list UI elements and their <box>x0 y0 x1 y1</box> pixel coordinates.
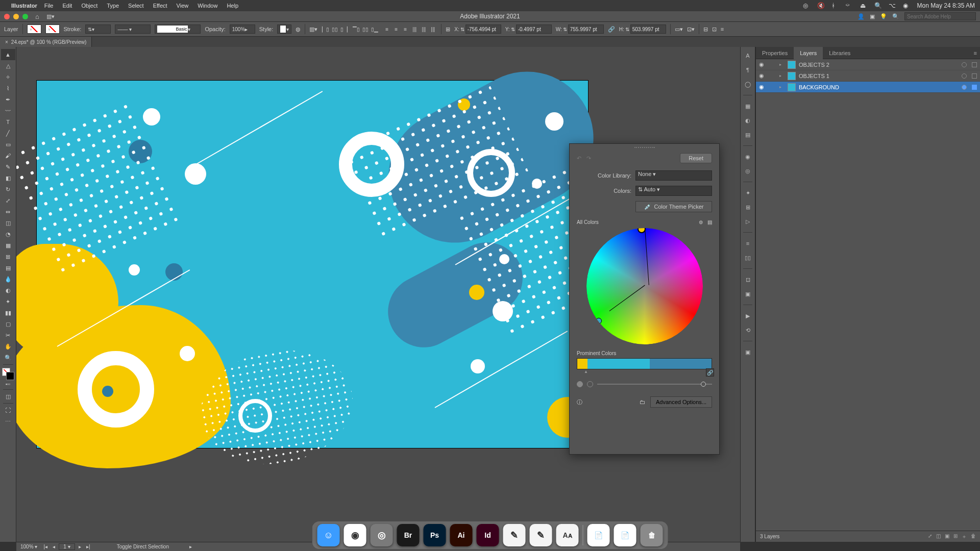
layer-name[interactable]: OBJECTS 2 <box>799 62 829 68</box>
transform-panel-icon[interactable]: ⊡ <box>742 274 753 285</box>
eject-icon[interactable]: ⏏ <box>860 2 867 9</box>
transform-panel-icon[interactable]: ⊡▾ <box>687 26 695 33</box>
first-artboard-icon[interactable]: |◂ <box>42 544 48 549</box>
dist-top-icon[interactable]: ≡ <box>383 25 391 33</box>
menu-select[interactable]: Select <box>128 3 144 9</box>
opacity-field[interactable]: 100% ▸ <box>230 24 255 34</box>
align-hcenter-icon[interactable]: ▯▯ <box>331 25 339 33</box>
dock-app-illustrator[interactable]: Ai <box>450 524 473 546</box>
minimize-window-icon[interactable] <box>13 14 19 19</box>
type-tool-icon[interactable]: T <box>1 116 15 128</box>
dock-app-textedit[interactable]: ✎ <box>503 524 526 546</box>
dock-app-notes[interactable]: ✎ <box>530 524 552 546</box>
new-sublayer-icon[interactable]: ⊞ <box>953 533 958 540</box>
rectangle-tool-icon[interactable]: ▭ <box>1 139 15 150</box>
wifi-icon[interactable]: ⌔ <box>846 2 853 9</box>
eyedropper-tool-icon[interactable]: 💧 <box>1 273 15 285</box>
scale-tool-icon[interactable]: ⤢ <box>1 195 15 206</box>
advanced-options-button[interactable]: Advanced Options... <box>650 396 712 408</box>
hand-tool-icon[interactable]: ✋ <box>1 341 15 352</box>
status-menu-icon[interactable]: ▸ <box>189 544 192 549</box>
tab-properties[interactable]: Properties <box>756 47 794 59</box>
make-clipping-mask-icon[interactable]: ◫ <box>936 533 941 540</box>
dist-right-icon[interactable]: ||| <box>429 25 437 33</box>
direct-selection-tool-icon[interactable]: △ <box>1 60 15 71</box>
appearance-panel-icon[interactable]: ◉ <box>742 151 753 162</box>
panel-grip[interactable] <box>634 147 655 150</box>
color-library-select[interactable]: None ▾ <box>635 170 712 181</box>
recolor-artwork-panel[interactable]: ↶ ↷ Reset Color Library: None ▾ Colors: … <box>569 143 720 455</box>
isolate-icon[interactable]: ⊟ <box>703 26 708 33</box>
eraser-tool-icon[interactable]: ◧ <box>1 172 15 184</box>
reset-button[interactable]: Reset <box>680 153 712 163</box>
menu-window[interactable]: Window <box>198 3 217 9</box>
stroke-color-icon[interactable] <box>6 372 14 380</box>
siri-icon[interactable]: ◉ <box>903 2 910 9</box>
disclosure-icon[interactable]: ▸ <box>779 85 785 89</box>
undo-icon[interactable]: ↶ <box>577 155 581 162</box>
lasso-tool-icon[interactable]: ⌇ <box>1 83 15 94</box>
artboard-number[interactable]: 1 ▾ <box>59 543 75 550</box>
colors-select[interactable]: ⇅ Auto ▾ <box>635 186 712 196</box>
dock-app-trash[interactable]: 🗑 <box>641 524 663 546</box>
stroke-swatch[interactable]: ▾ <box>45 24 60 34</box>
dock-app-docb[interactable]: 📄 <box>614 524 636 546</box>
color-handle-secondary[interactable] <box>596 318 602 324</box>
prominent-color-swatch[interactable] <box>650 359 712 369</box>
magic-wand-tool-icon[interactable]: ✧ <box>1 71 15 83</box>
next-artboard-icon[interactable]: ▸ <box>77 544 83 549</box>
menu-object[interactable]: Object <box>81 3 97 9</box>
tab-layers[interactable]: Layers <box>794 47 823 59</box>
glyphs-panel-icon[interactable]: ◯ <box>742 79 753 90</box>
last-artboard-icon[interactable]: ▸| <box>85 544 91 549</box>
dock-app-safari[interactable]: ◎ <box>371 524 393 546</box>
layer-name[interactable]: BACKGROUND <box>799 84 839 90</box>
selection-tool-icon[interactable]: ▲ <box>1 49 15 60</box>
list-view-icon[interactable]: ▤ <box>707 219 712 225</box>
artboard[interactable] <box>37 81 588 448</box>
width-tool-icon[interactable]: ⇔ <box>1 206 15 217</box>
shaper-tool-icon[interactable]: ✎ <box>1 161 15 172</box>
curvature-tool-icon[interactable]: 〰 <box>1 105 15 116</box>
blend-tool-icon[interactable]: ◐ <box>1 285 15 296</box>
artboard-tool-icon[interactable]: ▢ <box>1 318 15 330</box>
reference-point-icon[interactable]: ⊞ <box>446 26 450 33</box>
layers-list[interactable]: ◉ ▸ OBJECTS 2 ◉ ▸ OBJECTS 1 ◉ ▸ BACKGROU… <box>756 59 980 531</box>
fill-stroke-swatch[interactable] <box>2 368 14 380</box>
dock-app-bridge[interactable]: Br <box>397 524 420 546</box>
align-to-dropdown[interactable]: ▥▾ <box>309 26 317 33</box>
align-bottom-icon[interactable]: ▯▁ <box>371 25 379 33</box>
layer-row[interactable]: ◉ ▸ BACKGROUND <box>756 82 980 93</box>
y-field[interactable] <box>516 24 552 34</box>
brush-definition[interactable]: Basic ▾ <box>155 24 201 34</box>
menu-help[interactable]: Help <box>227 3 238 9</box>
edit-toolbar-icon[interactable]: ⋯ <box>1 416 15 427</box>
align-right-icon[interactable]: ▯▕ <box>340 25 348 33</box>
bluetooth-icon[interactable]: ᚼ <box>831 2 839 9</box>
free-transform-tool-icon[interactable]: ◫ <box>1 217 15 229</box>
shape-mode-icon[interactable]: ▭▾ <box>675 26 683 33</box>
learn-icon[interactable]: 💡 <box>880 13 887 20</box>
pathfinder-panel-icon[interactable]: ▣ <box>742 288 753 299</box>
column-graph-tool-icon[interactable]: ▮▮ <box>1 307 15 318</box>
close-window-icon[interactable] <box>4 14 10 19</box>
style-swatch[interactable]: ▾ <box>277 24 291 34</box>
links-panel-icon[interactable]: ▷ <box>742 216 753 227</box>
link-harmony-icon[interactable]: 🔗 <box>706 368 714 377</box>
brightness-mode-icon[interactable] <box>587 381 593 387</box>
color-theme-picker-button[interactable]: 💉 Color Theme Picker <box>635 201 712 212</box>
search-icon[interactable]: 🔍 <box>892 13 899 20</box>
dock-app-doca[interactable]: 📄 <box>587 524 610 546</box>
asset-export-panel-icon[interactable]: ▣ <box>742 346 753 358</box>
close-tab-icon[interactable]: × <box>5 39 8 45</box>
dist-left-icon[interactable]: ||| <box>410 25 419 33</box>
wheel-view-icon[interactable]: ⊚ <box>699 219 703 225</box>
spotlight-icon[interactable]: 🔍 <box>874 2 881 9</box>
save-group-icon[interactable]: 🗀 <box>640 399 645 405</box>
redo-icon[interactable]: ↷ <box>586 155 591 162</box>
menu-view[interactable]: View <box>177 3 189 9</box>
menubar-clock[interactable]: Mon May 24 8:35 AM <box>917 2 975 9</box>
varwidth-profile[interactable]: —— ▾ <box>115 24 151 34</box>
control-center-icon[interactable]: ⌥ <box>889 2 896 9</box>
prev-artboard-icon[interactable]: ◂ <box>51 544 57 549</box>
